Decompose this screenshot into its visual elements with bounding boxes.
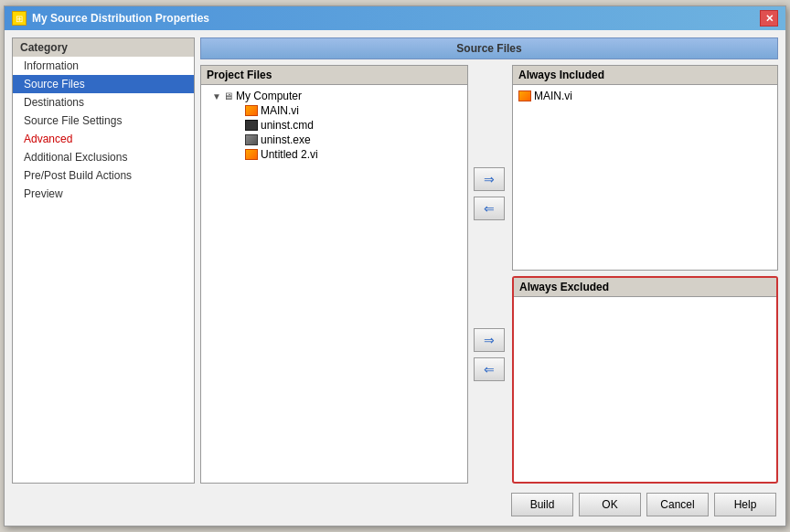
tree-item-uninst-exe[interactable]: uninst.exe — [205, 133, 464, 147]
window-title: My Source Distribution Properties — [32, 12, 209, 25]
vi-icon-2 — [245, 149, 258, 160]
window-icon: ⊞ — [12, 11, 27, 26]
content-header: Source Files — [200, 37, 778, 59]
always-excluded-panel: Always Excluded — [512, 276, 778, 484]
always-excluded-content — [514, 297, 776, 482]
always-excluded-header: Always Excluded — [514, 278, 776, 297]
tree-root-label: My Computer — [236, 90, 302, 102]
main-window: ⊞ My Source Distribution Properties ✕ Ca… — [4, 5, 786, 527]
tree-item-root[interactable]: ▼ 🖥 My Computer — [205, 89, 464, 103]
ok-button[interactable]: OK — [579, 493, 641, 516]
tree-area: ▼ 🖥 My Computer MAIN.vi — [201, 85, 467, 165]
title-bar-left: ⊞ My Source Distribution Properties — [12, 11, 209, 26]
tree-item-untitled-vi[interactable]: Untitled 2.vi — [205, 147, 464, 162]
title-bar: ⊞ My Source Distribution Properties ✕ — [5, 6, 785, 30]
tree-item-uninst-cmd[interactable]: uninst.cmd — [205, 118, 464, 133]
included-label-main-vi: MAIN.vi — [534, 90, 572, 102]
vi-icon-1 — [245, 105, 258, 116]
always-included-header: Always Included — [513, 66, 777, 85]
tree-label-untitled-vi: Untitled 2.vi — [261, 148, 318, 161]
computer-icon: 🖥 — [223, 90, 233, 101]
add-included-button[interactable]: ⇒ — [474, 167, 505, 191]
sidebar-item-information[interactable]: Information — [13, 57, 194, 75]
help-button[interactable]: Help — [714, 493, 776, 516]
tree-label-uninst-exe: uninst.exe — [261, 133, 311, 146]
tree-item-main-vi[interactable]: MAIN.vi — [205, 103, 464, 118]
add-excluded-button[interactable]: ⇒ — [474, 328, 505, 352]
footer: Build OK Cancel Help — [12, 489, 778, 518]
tree-label-main-vi: MAIN.vi — [261, 104, 299, 117]
close-button[interactable]: ✕ — [760, 10, 778, 27]
window-body: Category Information Source Files Destin… — [5, 30, 785, 526]
vi-icon-included — [518, 90, 531, 101]
content-area: Source Files Project Files ▼ 🖥 My Comput… — [200, 37, 778, 484]
tree-label-uninst-cmd: uninst.cmd — [261, 119, 314, 132]
included-arrows-col: ⇒ ⇐ ⇒ ⇐ — [474, 65, 507, 484]
panels-row: Project Files ▼ 🖥 My Computer — [200, 65, 778, 484]
cmd-icon-1 — [245, 120, 258, 131]
included-item-main-vi[interactable]: MAIN.vi — [517, 89, 774, 103]
sidebar-category: Category — [13, 38, 194, 57]
always-included-content: MAIN.vi — [513, 85, 777, 270]
sidebar: Category Information Source Files Destin… — [12, 37, 195, 484]
sidebar-item-preview[interactable]: Preview — [13, 185, 194, 203]
sidebar-item-pre-post-build[interactable]: Pre/Post Build Actions — [13, 166, 194, 185]
tree-expand-icon: ▼ — [212, 91, 223, 101]
sidebar-item-source-file-settings[interactable]: Source File Settings — [13, 112, 194, 130]
cancel-button[interactable]: Cancel — [646, 493, 709, 516]
remove-excluded-button[interactable]: ⇐ — [474, 357, 505, 381]
sidebar-item-advanced[interactable]: Advanced — [13, 130, 194, 148]
main-area: Category Information Source Files Destin… — [12, 37, 778, 484]
right-panels: Always Included MAIN.vi Always Excluded — [512, 65, 778, 484]
sidebar-item-source-files[interactable]: Source Files — [13, 75, 194, 93]
project-files-header: Project Files — [201, 66, 467, 85]
always-included-panel: Always Included MAIN.vi — [512, 65, 778, 271]
remove-included-button[interactable]: ⇐ — [474, 197, 505, 220]
exe-icon-1 — [245, 134, 258, 145]
sidebar-item-additional-exclusions[interactable]: Additional Exclusions — [13, 148, 194, 166]
project-files-panel: Project Files ▼ 🖥 My Computer — [200, 65, 468, 484]
build-button[interactable]: Build — [511, 493, 573, 516]
sidebar-item-destinations[interactable]: Destinations — [13, 93, 194, 112]
